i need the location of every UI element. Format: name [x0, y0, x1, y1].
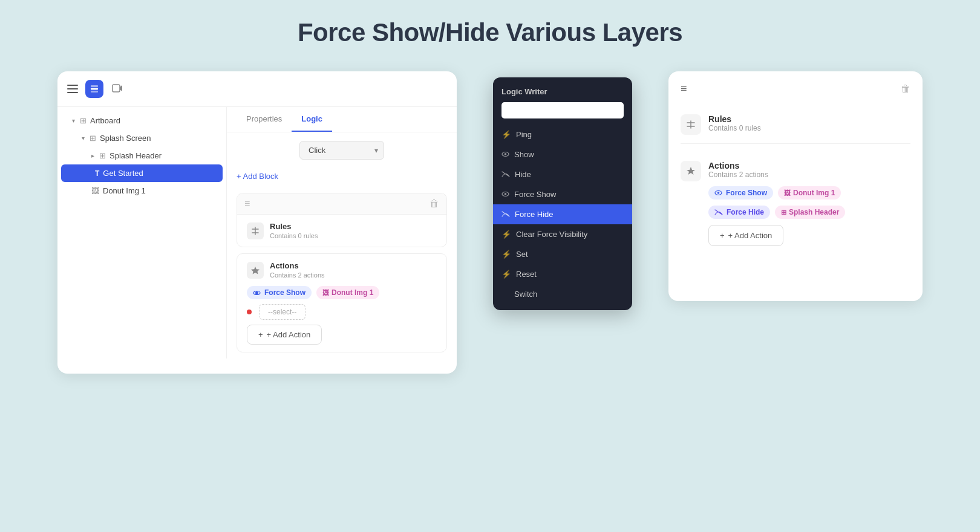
content-area: Properties Logic Click Hover Press	[227, 107, 457, 358]
right-force-show-label: Force Show	[726, 189, 767, 197]
right-action-rows: Actions Contains 2 actions Force Show 🖼 …	[708, 161, 910, 246]
donut-img-icon: 🖼	[91, 186, 99, 195]
dropdown-item-force-show[interactable]: Force Show	[493, 184, 632, 204]
hamburger-icon[interactable]	[67, 85, 78, 93]
hide-label: Hide	[515, 170, 531, 179]
right-panel-delete-icon[interactable]: 🗑	[901, 83, 910, 94]
dropdown-item-switch[interactable]: Switch	[493, 284, 632, 304]
right-rules-block: Rules Contains 0 rules	[681, 106, 910, 144]
plus-icon: +	[258, 330, 263, 339]
right-force-hide-badge[interactable]: Force Hide	[708, 206, 770, 219]
right-donut-img-badge[interactable]: 🖼 Donut Img 1	[778, 186, 841, 199]
actions-info: Actions Contains 2 actions	[247, 261, 437, 279]
dropdown-item-clear-force[interactable]: ⚡ Clear Force Visibility	[493, 224, 632, 244]
force-hide-dropdown-label: Force Hide	[515, 210, 554, 219]
dropdown-item-set[interactable]: ⚡ Set	[493, 244, 632, 264]
logic-writer-dropdown: Logic Writer ⚡ Ping Show Hide	[493, 77, 632, 310]
right-splash-header-icon: ⊞	[781, 209, 786, 216]
right-donut-icon: 🖼	[784, 189, 791, 196]
show-icon	[501, 150, 509, 159]
actions-block: Actions Contains 2 actions	[237, 253, 447, 352]
add-action-label: + Add Action	[267, 330, 311, 339]
error-dot	[247, 310, 252, 314]
set-label: Set	[516, 250, 528, 259]
trigger-row: Click Hover Press	[227, 132, 457, 168]
video-icon[interactable]	[112, 83, 123, 96]
right-splash-header-badge[interactable]: ⊞ Splash Header	[775, 206, 845, 219]
right-actions-block: Actions Contains 2 actions Force Show 🖼 …	[681, 152, 910, 252]
arrow-icon: ▾	[82, 135, 85, 141]
tab-properties[interactable]: Properties	[237, 107, 292, 132]
dropdown-item-hide[interactable]: Hide	[493, 164, 632, 184]
add-action-button[interactable]: + + Add Action	[247, 325, 322, 345]
arrow-icon: ▾	[72, 117, 75, 124]
right-panel-menu-icon[interactable]: ≡	[681, 82, 688, 95]
svg-rect-0	[91, 85, 98, 87]
sidebar: ▾ ⊞ Artboard ▾ ⊞ Splash Screen ▸ ⊞ Splas…	[57, 107, 227, 358]
right-donut-target: Donut Img 1	[793, 189, 835, 197]
add-block-button[interactable]: + Add Block	[237, 172, 278, 181]
right-rules-title: Rules	[708, 114, 761, 124]
trigger-select[interactable]: Click Hover Press	[299, 141, 384, 160]
dropdown-item-force-hide[interactable]: Force Hide	[493, 204, 632, 224]
svg-point-4	[255, 291, 258, 294]
ping-icon: ⚡	[501, 130, 511, 139]
action-row-select: --select--	[247, 304, 437, 320]
left-panel: ▾ ⊞ Artboard ▾ ⊞ Splash Screen ▸ ⊞ Splas…	[57, 71, 457, 374]
search-input[interactable]	[501, 102, 624, 118]
dropdown-item-show[interactable]: Show	[493, 144, 632, 164]
equals-icon: ≡	[244, 198, 250, 209]
force-show-badge[interactable]: Force Show	[247, 286, 312, 299]
layers-icon[interactable]	[85, 80, 103, 98]
dropdown-item-ping[interactable]: ⚡ Ping	[493, 125, 632, 144]
action-row-1: Force Show 🖼 Donut Img 1	[247, 286, 437, 299]
clear-force-label: Clear Force Visibility	[516, 230, 587, 239]
right-actions-subtitle: Contains 2 actions	[708, 170, 910, 179]
force-show-dropdown-label: Force Show	[514, 190, 556, 199]
right-add-action-button[interactable]: + + Add Action	[708, 225, 783, 246]
actions-icon	[247, 262, 264, 279]
splash-screen-frame-icon: ⊞	[90, 134, 96, 143]
delete-icon[interactable]: 🗑	[430, 198, 439, 209]
svg-point-11	[717, 192, 720, 194]
donut-img-target: Donut Img 1	[332, 288, 373, 297]
panels-container: ▾ ⊞ Artboard ▾ ⊞ Splash Screen ▸ ⊞ Splas…	[0, 71, 980, 374]
rules-info: Rules Contains 0 rules	[247, 222, 437, 239]
tab-bar: Properties Logic	[227, 107, 457, 132]
donut-img-badge[interactable]: 🖼 Donut Img 1	[316, 286, 379, 299]
right-add-action-label: + Add Action	[728, 231, 773, 240]
artboard-label: Artboard	[90, 116, 120, 125]
sidebar-item-donut-img[interactable]: 🖼 Donut Img 1	[57, 182, 226, 199]
actions-text: Actions Contains 2 actions	[270, 261, 325, 279]
svg-rect-1	[91, 88, 98, 90]
right-action-row-1: Force Show 🖼 Donut Img 1	[708, 186, 910, 199]
right-splash-header-target: Splash Header	[789, 208, 839, 216]
switch-label: Switch	[514, 290, 537, 299]
get-started-text-icon: T	[95, 169, 99, 178]
sidebar-item-splash-header[interactable]: ▸ ⊞ Splash Header	[57, 147, 226, 164]
svg-rect-3	[113, 85, 120, 92]
select-placeholder[interactable]: --select--	[259, 304, 305, 320]
ping-label: Ping	[516, 130, 532, 139]
artboard-icon: ⊞	[80, 116, 87, 125]
rules-title: Rules	[270, 222, 318, 231]
sidebar-item-get-started[interactable]: T Get Started	[61, 164, 223, 182]
page-title: Force Show/Hide Various Layers	[298, 18, 682, 47]
donut-img-label: Donut Img 1	[103, 186, 146, 195]
right-force-show-badge[interactable]: Force Show	[708, 186, 773, 199]
tab-logic[interactable]: Logic	[292, 107, 332, 132]
splash-header-frame-icon: ⊞	[99, 151, 106, 160]
actions-subtitle: Contains 2 actions	[270, 271, 325, 279]
right-action-row-2: Force Hide ⊞ Splash Header	[708, 206, 910, 219]
dropdown-item-reset[interactable]: ⚡ Reset	[493, 264, 632, 284]
sidebar-item-splash-screen[interactable]: ▾ ⊞ Splash Screen	[57, 129, 226, 147]
set-icon: ⚡	[501, 250, 511, 259]
dropdown-title: Logic Writer	[493, 83, 632, 102]
arrow-icon: ▸	[91, 152, 94, 159]
get-started-label: Get Started	[103, 169, 143, 178]
rules-icon	[247, 222, 264, 239]
rules-text: Rules Contains 0 rules	[270, 222, 318, 239]
sidebar-item-artboard[interactable]: ▾ ⊞ Artboard	[57, 112, 226, 129]
donut-img-icon: 🖼	[322, 289, 329, 296]
force-hide-dropdown-icon	[501, 210, 510, 219]
